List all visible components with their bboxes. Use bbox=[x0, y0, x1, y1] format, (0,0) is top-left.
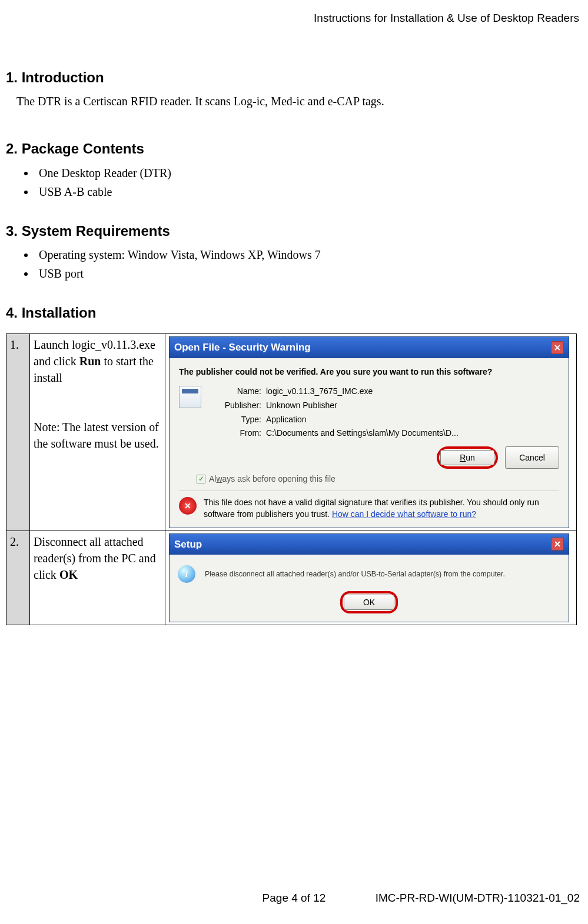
step-screenshot: Open File - Security Warning The publish… bbox=[165, 333, 577, 531]
kv-value: Application bbox=[266, 414, 459, 426]
shield-error-icon: ✕ bbox=[179, 497, 197, 515]
dialog-question: The publisher could not be verified. Are… bbox=[179, 366, 559, 378]
cancel-button[interactable]: Cancel bbox=[505, 446, 559, 469]
always-ask-checkbox-row[interactable]: ✓ Always ask before opening this file bbox=[197, 473, 559, 485]
setup-message-row: i Please disconnect all attached reader(… bbox=[178, 565, 560, 583]
install-steps-table: 1. Launch logic_v0.11.3.exe and click Ru… bbox=[6, 333, 577, 625]
kv-value: Unknown Publisher bbox=[266, 400, 459, 412]
dialog-body: i Please disconnect all attached reader(… bbox=[170, 555, 569, 622]
step-screenshot: Setup i Please disconnect all attached r… bbox=[165, 531, 577, 625]
list-item: USB A-B cable bbox=[35, 184, 582, 200]
step-desc-text: Disconnect all attached reader(s) from t… bbox=[34, 535, 156, 581]
setup-message: Please disconnect all attached reader(s)… bbox=[205, 569, 505, 580]
kv-value: C:\Documents and Settings\slam\My Docume… bbox=[266, 428, 459, 439]
intro-text: The DTR is a Certiscan RFID reader. It s… bbox=[6, 93, 582, 109]
security-warning-dialog: Open File - Security Warning The publish… bbox=[169, 336, 569, 528]
list-item: One Desktop Reader (DTR) bbox=[35, 165, 582, 181]
doc-code: IMC-PR-RD-WI(UM-DTR)-110321-01_02 bbox=[376, 890, 580, 906]
setup-dialog: Setup i Please disconnect all attached r… bbox=[169, 533, 569, 623]
kv-value: logic_v0.11.3_7675_IMC.exe bbox=[266, 386, 459, 398]
heading-package-contents: 2. Package Contents bbox=[6, 139, 582, 159]
step-number: 2. bbox=[6, 531, 30, 625]
btn-label-rest: un bbox=[466, 453, 475, 462]
dialog-button-row: Run Cancel bbox=[179, 446, 559, 469]
step-desc-bold: OK bbox=[59, 568, 78, 581]
info-icon: i bbox=[178, 565, 195, 583]
dialog-title: Setup bbox=[174, 538, 202, 552]
help-link[interactable]: How can I decide what software to run? bbox=[332, 509, 476, 519]
highlight-ring: OK bbox=[340, 591, 398, 613]
signature-warning-text: This file does not have a valid digital … bbox=[204, 497, 559, 520]
page-footer: Page 4 of 12 IMC-PR-RD-WI(UM-DTR)-110321… bbox=[0, 890, 588, 906]
table-row: 1. Launch logic_v0.11.3.exe and click Ru… bbox=[6, 333, 577, 531]
file-kv-grid: Name: logic_v0.11.3_7675_IMC.exe Publish… bbox=[208, 386, 459, 439]
dialog-titlebar: Setup bbox=[170, 534, 569, 555]
table-row: 2. Disconnect all attached reader(s) fro… bbox=[6, 531, 577, 625]
close-icon[interactable] bbox=[551, 538, 564, 551]
step-description: Launch logic_v0.11.3.exe and click Run t… bbox=[30, 333, 165, 531]
step-description: Disconnect all attached reader(s) from t… bbox=[30, 531, 165, 625]
dialog-body: The publisher could not be verified. Are… bbox=[170, 358, 569, 528]
sysreq-list: Operating system: Window Vista, Windows … bbox=[6, 246, 582, 282]
package-list: One Desktop Reader (DTR) USB A-B cable bbox=[6, 165, 582, 200]
highlight-ring: Run bbox=[437, 446, 498, 469]
step-note: Note: The latest version of the software… bbox=[34, 421, 159, 450]
list-item: USB port bbox=[35, 265, 582, 282]
doc-header-title: Instructions for Installation & Use of D… bbox=[6, 0, 582, 26]
checkbox-label: Always ask before opening this file bbox=[209, 473, 335, 485]
kv-label: From: bbox=[208, 428, 261, 439]
step-desc-bold: Run bbox=[79, 355, 101, 368]
kv-label: Name: bbox=[208, 386, 261, 398]
page-number: Page 4 of 12 bbox=[263, 890, 326, 906]
heading-system-requirements: 3. System Requirements bbox=[6, 221, 582, 241]
run-button[interactable]: Run bbox=[440, 450, 494, 465]
close-icon[interactable] bbox=[551, 341, 564, 354]
heading-introduction: 1. Introduction bbox=[6, 68, 582, 88]
divider bbox=[179, 491, 559, 491]
checkbox-icon[interactable]: ✓ bbox=[197, 475, 205, 483]
list-item: Operating system: Window Vista, Windows … bbox=[35, 246, 582, 263]
application-icon bbox=[179, 386, 201, 408]
dialog-titlebar: Open File - Security Warning bbox=[170, 337, 569, 358]
ok-button[interactable]: OK bbox=[344, 595, 394, 610]
file-info-block: Name: logic_v0.11.3_7675_IMC.exe Publish… bbox=[179, 386, 559, 439]
signature-warning-row: ✕ This file does not have a valid digita… bbox=[179, 497, 559, 520]
dialog-title: Open File - Security Warning bbox=[174, 341, 311, 355]
heading-installation: 4. Installation bbox=[6, 303, 582, 323]
kv-label: Publisher: bbox=[208, 400, 261, 412]
step-number: 1. bbox=[6, 333, 30, 531]
kv-label: Type: bbox=[208, 414, 261, 426]
